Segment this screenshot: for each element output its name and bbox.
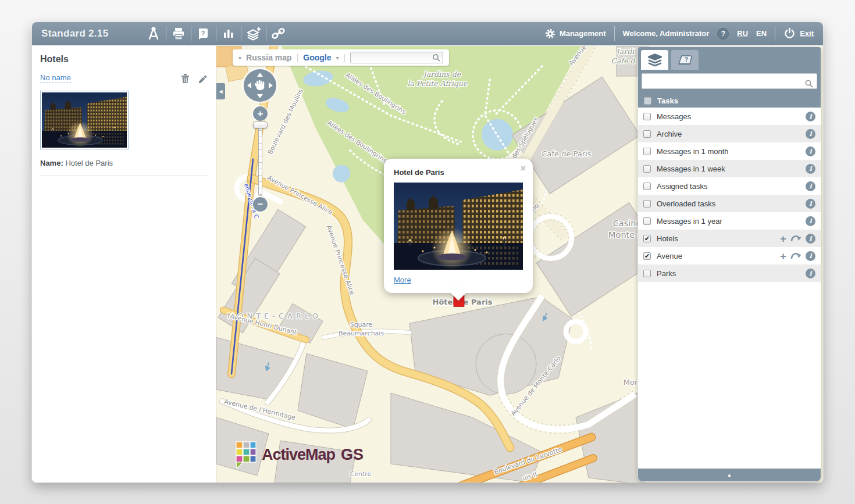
task-row-overloaded-tasks[interactable]: Overloaded tasksi bbox=[638, 195, 821, 212]
delete-icon[interactable] bbox=[180, 73, 190, 84]
layer-info-icon[interactable]: i bbox=[806, 234, 815, 244]
add-object-icon[interactable]: + bbox=[780, 233, 786, 244]
map-popup: × Hotel de Paris More bbox=[384, 159, 533, 293]
zoom-slider-handle[interactable] bbox=[253, 121, 268, 128]
app-title: Standard 2.15 bbox=[41, 28, 141, 40]
layers-search bbox=[638, 70, 821, 94]
layer-checkbox[interactable] bbox=[643, 130, 651, 138]
layer-label: Hotels bbox=[657, 234, 774, 243]
object-name-row: Name: Hotel de Paris bbox=[40, 159, 208, 167]
layer-checkbox[interactable] bbox=[643, 113, 651, 120]
share-link-icon[interactable] bbox=[266, 26, 291, 42]
layer-label: Archive bbox=[657, 130, 800, 138]
hotel-photo bbox=[42, 92, 127, 148]
layer-info-icon[interactable]: i bbox=[806, 251, 815, 261]
management-button[interactable]: Management bbox=[545, 28, 605, 39]
layer-info-icon[interactable]: i bbox=[806, 112, 815, 121]
layer-label: Overloaded tasks bbox=[657, 199, 800, 208]
search-icon[interactable] bbox=[432, 53, 441, 62]
right-panel-tabs: ? bbox=[638, 47, 821, 70]
layer-checkbox[interactable] bbox=[643, 270, 651, 277]
tasks-group-header: Tasks bbox=[638, 94, 821, 108]
measure-icon[interactable] bbox=[141, 26, 166, 42]
popup-more-link[interactable]: More bbox=[394, 276, 411, 284]
layer-info-icon[interactable]: i bbox=[806, 146, 815, 156]
tab-layers[interactable] bbox=[641, 50, 668, 70]
task-row-hotels[interactable]: ✔Hotels+i bbox=[638, 230, 821, 247]
edit-pencil-icon[interactable] bbox=[197, 73, 208, 84]
layer-checkbox[interactable] bbox=[643, 148, 651, 155]
pan-to-layer-icon[interactable] bbox=[790, 234, 801, 242]
svg-text:?: ? bbox=[684, 56, 687, 63]
toolbar-separator bbox=[775, 26, 775, 41]
topbar-toolbar: ? bbox=[141, 22, 291, 45]
task-row-archive[interactable]: Archivei bbox=[638, 125, 821, 142]
hand-icon bbox=[252, 77, 268, 92]
layer-checkbox[interactable] bbox=[643, 183, 651, 190]
power-icon bbox=[783, 27, 796, 40]
help-badge[interactable]: ? bbox=[717, 28, 729, 40]
pan-right-icon[interactable] bbox=[269, 83, 273, 88]
layer-checkbox[interactable]: ✔ bbox=[643, 252, 651, 260]
zoom-in-button[interactable]: + bbox=[253, 106, 268, 121]
base-layer-selector[interactable]: Russia map bbox=[246, 53, 292, 62]
pan-up-icon[interactable] bbox=[257, 73, 263, 77]
layers-icon bbox=[646, 53, 664, 67]
layer-label: Avenue bbox=[657, 252, 774, 260]
legend-book-icon: ? bbox=[677, 53, 693, 67]
layer-label: Assigned tasks bbox=[657, 182, 800, 191]
layers-search-input[interactable] bbox=[642, 73, 817, 89]
map-label: Beaumarchais bbox=[339, 330, 384, 337]
task-row-messages-in-1-week[interactable]: Messages in 1 weeki bbox=[638, 160, 821, 177]
task-row-parks[interactable]: Parksi bbox=[638, 264, 821, 282]
tasks-group-checkbox[interactable] bbox=[644, 97, 651, 105]
layer-checkbox[interactable] bbox=[643, 165, 651, 173]
task-row-avenue[interactable]: ✔Avenue+i bbox=[638, 247, 821, 264]
map-label: Mor bbox=[624, 378, 638, 387]
pan-to-layer-icon[interactable] bbox=[790, 252, 801, 260]
map-canvas[interactable]: Jardins dela Petite AfriqueAllées des Bo… bbox=[216, 46, 823, 482]
provider-caret-icon[interactable]: ▾ bbox=[336, 55, 339, 61]
print-icon[interactable] bbox=[166, 26, 191, 42]
task-row-messages-in-1-month[interactable]: Messages in 1 monthi bbox=[638, 142, 821, 160]
stats-icon[interactable] bbox=[216, 26, 241, 42]
layer-info-icon[interactable]: i bbox=[806, 164, 815, 174]
panel-collapse-button[interactable]: ▲ bbox=[638, 469, 821, 481]
app-window: Standard 2.15 ? bbox=[32, 22, 823, 482]
layer-info-icon[interactable]: i bbox=[806, 216, 815, 226]
pan-down-icon[interactable] bbox=[257, 94, 263, 98]
provider-selector[interactable]: Google bbox=[303, 53, 331, 62]
task-row-messages-in-1-year[interactable]: Messages in 1 yeari bbox=[638, 212, 821, 230]
layer-label: Parks bbox=[657, 269, 800, 278]
collapse-panel-button[interactable]: ◀ bbox=[216, 83, 225, 99]
map-pan-control[interactable] bbox=[244, 69, 276, 102]
layer-checkbox[interactable] bbox=[643, 200, 651, 208]
task-row-messages[interactable]: Messagesi bbox=[638, 108, 821, 125]
tab-legend[interactable]: ? bbox=[671, 50, 699, 70]
help-book-icon[interactable]: ? bbox=[191, 26, 216, 42]
base-layer-caret-icon[interactable]: ▾ bbox=[238, 55, 241, 61]
hotel-photo-thumbnail[interactable] bbox=[40, 91, 129, 149]
layer-label: Messages in 1 month bbox=[657, 147, 800, 156]
layer-info-icon[interactable]: i bbox=[806, 269, 815, 278]
lang-ru-button[interactable]: RU bbox=[737, 29, 748, 38]
search-icon[interactable] bbox=[804, 79, 814, 88]
task-row-assigned-tasks[interactable]: Assigned tasksi bbox=[638, 177, 821, 195]
add-layer-icon[interactable] bbox=[241, 26, 266, 42]
layer-info-icon[interactable]: i bbox=[806, 129, 815, 139]
lang-en-button[interactable]: EN bbox=[756, 29, 767, 38]
zoom-slider-track[interactable] bbox=[258, 124, 262, 196]
layer-checkbox[interactable] bbox=[643, 217, 651, 225]
pan-left-icon[interactable] bbox=[247, 83, 251, 88]
popup-close-icon[interactable]: × bbox=[521, 163, 526, 174]
add-object-icon[interactable]: + bbox=[780, 251, 786, 262]
object-name-link[interactable]: No name bbox=[40, 73, 71, 83]
layer-checkbox[interactable]: ✔ bbox=[643, 235, 651, 242]
activemap-pin-icon bbox=[234, 441, 258, 469]
map-search-input[interactable] bbox=[350, 52, 443, 63]
exit-button[interactable]: Exit bbox=[783, 27, 814, 40]
exit-label: Exit bbox=[800, 29, 814, 38]
layer-info-icon[interactable]: i bbox=[806, 181, 815, 191]
zoom-out-button[interactable]: − bbox=[253, 197, 268, 212]
layer-info-icon[interactable]: i bbox=[806, 199, 815, 209]
